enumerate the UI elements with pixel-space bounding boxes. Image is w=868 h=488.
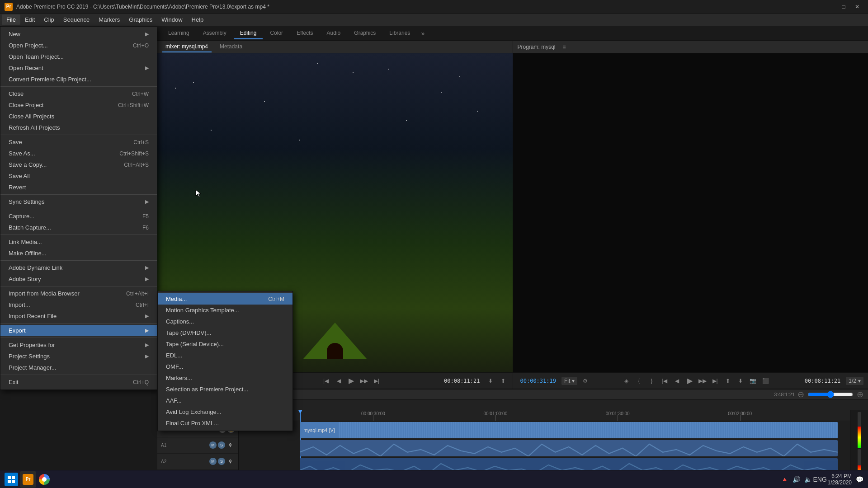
program-add-marker[interactable]: ◈	[622, 376, 632, 386]
timeline-zoom-out-icon[interactable]: ⊖	[797, 389, 804, 399]
menu-item-save-as[interactable]: Save As... Ctrl+Shift+S	[0, 148, 157, 159]
program-play[interactable]: ▶	[685, 376, 695, 386]
a1-solo[interactable]: S	[218, 441, 225, 449]
program-step-fwd[interactable]: ▶▶	[698, 376, 708, 386]
menu-edit[interactable]: Edit	[20, 14, 39, 25]
program-menu-icon[interactable]: ≡	[563, 44, 566, 50]
submenu-edl[interactable]: EDL...	[158, 350, 292, 361]
menu-item-open-recent[interactable]: Open Recent ▶	[0, 62, 157, 74]
menu-item-adobe-dynamic-link[interactable]: Adobe Dynamic Link ▶	[0, 262, 157, 273]
timeline-zoom-in-icon[interactable]: ⊕	[857, 389, 863, 399]
tab-editing[interactable]: Editing	[234, 28, 263, 39]
menu-item-open-team[interactable]: Open Team Project...	[0, 51, 157, 62]
speaker-icon[interactable]: 🔈	[804, 475, 812, 483]
menu-item-project-settings[interactable]: Project Settings ▶	[0, 351, 157, 362]
tab-assembly[interactable]: Assembly	[197, 28, 233, 39]
tab-learning[interactable]: Learning	[162, 28, 196, 39]
a1-mute[interactable]: M	[209, 441, 217, 449]
menu-help[interactable]: Help	[187, 14, 208, 25]
program-extract[interactable]: ⬇	[736, 376, 745, 386]
menu-graphics[interactable]: Graphics	[124, 14, 157, 25]
taskbar-start-button[interactable]	[5, 473, 18, 486]
v1-clip[interactable]: mysql.mp4 [V]	[300, 422, 838, 438]
submenu-final-cut[interactable]: Final Cut Pro XML...	[158, 418, 292, 429]
submenu-tape-dv[interactable]: Tape (DV/HDV)...	[158, 327, 292, 338]
tab-graphics[interactable]: Graphics	[348, 28, 382, 39]
source-step-back[interactable]: |◀	[321, 376, 331, 386]
source-tab-mixer[interactable]: mixer: mysql.mp4	[162, 42, 212, 52]
submenu-omf[interactable]: OMF...	[158, 361, 292, 372]
menu-item-batch-capture[interactable]: Batch Capture... F6	[0, 222, 157, 233]
tab-libraries[interactable]: Libraries	[383, 28, 416, 39]
menu-item-close[interactable]: Close Ctrl+W	[0, 88, 157, 99]
program-settings[interactable]: ⚙	[580, 376, 590, 386]
submenu-avid-log[interactable]: Avid Log Exchange...	[158, 406, 292, 418]
source-play[interactable]: ▶	[346, 376, 356, 386]
workspace-more-icon[interactable]: »	[417, 28, 428, 39]
close-button[interactable]: ✕	[851, 2, 863, 12]
menu-clip[interactable]: Clip	[39, 14, 58, 25]
submenu-motion-graphics[interactable]: Motion Graphics Template...	[158, 305, 292, 316]
program-export-frame[interactable]: 📷	[748, 376, 758, 386]
menu-item-adobe-story[interactable]: Adobe Story ▶	[0, 273, 157, 285]
menu-markers[interactable]: Markers	[94, 14, 124, 25]
menu-item-capture[interactable]: Capture... F5	[0, 211, 157, 222]
program-mark-out[interactable]: }	[647, 376, 657, 386]
menu-item-new[interactable]: New ▶	[0, 28, 157, 40]
menu-item-exit[interactable]: Exit Ctrl+Q	[0, 376, 157, 388]
submenu-aaf[interactable]: AAF...	[158, 395, 292, 406]
a2-solo[interactable]: S	[218, 458, 225, 465]
menu-item-make-offline[interactable]: Make Offline...	[0, 248, 157, 259]
menu-item-get-properties[interactable]: Get Properties for ▶	[0, 339, 157, 351]
menu-item-export[interactable]: Export ▶	[0, 325, 157, 336]
menu-item-revert[interactable]: Revert	[0, 182, 157, 193]
notification-icon[interactable]: 💬	[855, 475, 863, 483]
source-step-fwd[interactable]: ▶|	[372, 376, 382, 386]
language-label[interactable]: ENG	[816, 475, 824, 483]
tab-audio[interactable]: Audio	[321, 28, 347, 39]
source-tab-metadata[interactable]: Metadata	[216, 42, 246, 52]
submenu-media[interactable]: Media... Ctrl+M	[158, 293, 292, 305]
menu-item-project-manager[interactable]: Project Manager...	[0, 362, 157, 373]
menu-item-convert[interactable]: Convert Premiere Clip Project...	[0, 74, 157, 85]
menu-item-save-copy[interactable]: Save a Copy... Ctrl+Alt+S	[0, 159, 157, 170]
minimize-button[interactable]: ─	[824, 2, 836, 12]
taskbar-chrome-icon[interactable]	[36, 471, 52, 488]
menu-item-sync[interactable]: Sync Settings ▶	[0, 196, 157, 207]
menu-sequence[interactable]: Sequence	[59, 14, 94, 25]
menu-item-save[interactable]: Save Ctrl+S	[0, 136, 157, 148]
menu-item-close-project[interactable]: Close Project Ctrl+Shift+W	[0, 99, 157, 111]
program-insert-btn[interactable]: ⬛	[761, 376, 771, 386]
network-icon[interactable]: 🔺	[781, 475, 789, 483]
program-goto-out[interactable]: ▶|	[710, 376, 720, 386]
audio-icon[interactable]: 🔊	[793, 475, 801, 483]
source-play-fwd[interactable]: ▶▶	[359, 376, 369, 386]
a2-mute[interactable]: M	[209, 458, 217, 465]
menu-window[interactable]: Window	[157, 14, 187, 25]
menu-item-import-media-browser[interactable]: Import from Media Browser Ctrl+Alt+I	[0, 288, 157, 299]
submenu-selection-premiere[interactable]: Selection as Premiere Project...	[158, 384, 292, 395]
program-lift[interactable]: ⬆	[723, 376, 733, 386]
menu-file[interactable]: File	[2, 14, 20, 25]
program-timecode-blue[interactable]: 00:00:31:19	[518, 377, 559, 385]
menu-item-close-all[interactable]: Close All Projects	[0, 111, 157, 122]
menu-item-open-project[interactable]: Open Project... Ctrl+O	[0, 40, 157, 51]
submenu-markers[interactable]: Markers...	[158, 372, 292, 384]
menu-item-link-media[interactable]: Link Media...	[0, 236, 157, 248]
submenu-captions[interactable]: Captions...	[158, 316, 292, 327]
source-overwrite[interactable]: ⬆	[498, 376, 508, 386]
a1-clip[interactable]	[300, 440, 838, 456]
menu-item-import-recent[interactable]: Import Recent File ▶	[0, 310, 157, 322]
source-play-back[interactable]: ◀	[334, 376, 344, 386]
submenu-tape-serial[interactable]: Tape (Serial Device)...	[158, 338, 292, 350]
tab-color[interactable]: Color	[264, 28, 289, 39]
program-zoom[interactable]: Fit ▾	[561, 377, 577, 385]
maximize-button[interactable]: □	[837, 2, 850, 12]
menu-item-save-all[interactable]: Save All	[0, 170, 157, 182]
tab-effects[interactable]: Effects	[290, 28, 319, 39]
menu-item-import[interactable]: Import... Ctrl+I	[0, 299, 157, 310]
program-goto-in[interactable]: |◀	[660, 376, 670, 386]
timeline-zoom-slider[interactable]	[808, 391, 853, 398]
menu-item-refresh-all[interactable]: Refresh All Projects	[0, 122, 157, 133]
program-mark-in[interactable]: {	[634, 376, 644, 386]
